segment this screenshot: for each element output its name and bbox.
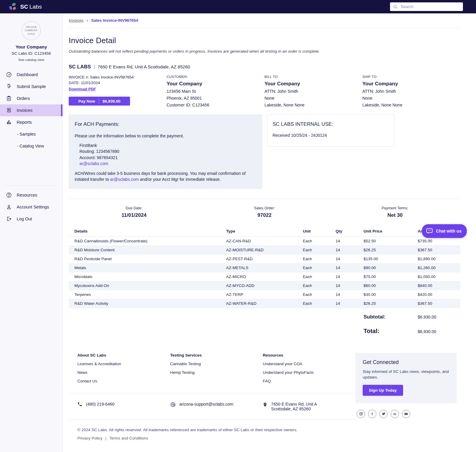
sidebar-nav: Dashboard Submit Sample Orders Invoices — [0, 69, 62, 225]
company-name: Your Company — [0, 44, 62, 49]
subtotal-row: Subtotal: $6,930.00 — [69, 314, 460, 320]
sidebar-item-resources[interactable]: Resources — [0, 189, 62, 201]
breadcrumb-invoices-link[interactable]: Invoices — [69, 18, 84, 23]
location-pin-icon — [263, 402, 267, 408]
user-icon — [6, 204, 12, 210]
sidebar-item-label: Account Settings — [17, 205, 49, 209]
contact-email-address: arizona-support@sclabs.com — [179, 402, 234, 407]
facebook-icon[interactable]: f — [368, 410, 376, 418]
sidebar-item-reports[interactable]: Reports — [0, 116, 62, 128]
contact-address-line: 7650 E Evans Rd, Unit A — [271, 402, 317, 407]
orders-icon — [6, 95, 12, 101]
twitter-icon[interactable] — [379, 410, 388, 418]
footer-link-cannabis-testing[interactable]: Cannabis Testing — [170, 362, 263, 366]
sidebar-item-label: Resources — [17, 193, 37, 197]
pay-now-amount: $6,930.00 — [103, 99, 120, 103]
total-row: Total: $6,930.00 — [69, 328, 460, 335]
linkedin-icon[interactable]: in — [391, 410, 399, 418]
due-date-label: Due Date: — [69, 206, 199, 210]
footer-link-faq[interactable]: FAQ — [263, 379, 356, 383]
footer-link-contact-us[interactable]: Contact Us — [77, 379, 170, 383]
footer-link-hemp-testing[interactable]: Hemp Testing — [170, 370, 263, 375]
sidebar-item-dashboard[interactable]: Dashboard — [0, 69, 62, 81]
sidebar-item-catalog-view[interactable]: - Catalog View — [0, 140, 62, 152]
footer-link-licenses[interactable]: Licenses & Accreditation — [77, 362, 170, 366]
top-navbar: SCLabs — [0, 0, 476, 13]
cell-amount: $1,260.00 — [418, 263, 460, 272]
privacy-policy-link[interactable]: Privacy Policy — [77, 436, 102, 440]
sidebar-item-orders[interactable]: Orders — [0, 92, 62, 104]
cell-type: AZ-WATER-R&D — [226, 299, 303, 308]
log-out-icon — [6, 216, 12, 222]
pay-now-button[interactable]: Pay Now $6,930.00 — [69, 97, 130, 106]
instagram-icon[interactable] — [357, 410, 365, 418]
cell-details: Mycotoxins Add-On — [69, 281, 226, 290]
help-icon — [6, 192, 12, 198]
youtube-icon[interactable] — [402, 410, 410, 418]
ach-email-link[interactable]: ar@sclabs.com — [79, 161, 256, 167]
bill-to-line: Lakeside, None None — [264, 103, 362, 107]
cell-type: AZ-MYCO-ADD — [226, 281, 303, 290]
legal-links: Privacy Policy | Terms and Conditions — [69, 436, 460, 440]
ach-note-email-link[interactable]: ar@sclabs.com — [110, 177, 139, 182]
footer-link-understand-coa[interactable]: Understand your COA — [263, 362, 356, 366]
chat-with-us-button[interactable]: Chat with us — [422, 224, 467, 238]
sc-labs-logo[interactable]: SCLabs — [8, 2, 42, 12]
breadcrumb-separator: › — [87, 18, 88, 23]
footer-link-understand-phytofacts[interactable]: Understand your PhytoFacts — [263, 370, 356, 375]
terms-and-conditions-link[interactable]: Terms and Conditions — [109, 436, 148, 440]
line-items-table: Details Type Unit Qty Unit Price Amount … — [69, 227, 460, 308]
sidebar-item-samples[interactable]: - Samples — [0, 128, 62, 140]
ach-intro: Please use the information below to comp… — [75, 134, 256, 138]
header-qty: Qty — [336, 227, 364, 237]
sidebar-item-label: Reports — [17, 120, 32, 125]
contact-email[interactable]: arizona-support@sclabs.com — [170, 402, 263, 411]
sidebar-item-invoices[interactable]: Invoices — [0, 104, 62, 116]
contact-phone-number: (480) 219-6460 — [86, 402, 115, 407]
search-input[interactable] — [400, 4, 460, 9]
table-row: MetalsAZ-METALSEach14$90.00$1,260.00 — [69, 263, 460, 272]
bill-to-heading: BILL TO: — [264, 75, 362, 79]
payment-boxes-row: For ACH Payments: Please use the informa… — [69, 114, 460, 189]
table-row: Mycotoxins Add-OnAZ-MYCO-ADDEach14$60.00… — [69, 281, 460, 290]
ach-note: ACH/Wires could take 3-5 business days f… — [75, 170, 256, 183]
cell-type: AZ-PEST-R&D — [226, 254, 303, 263]
breadcrumb-divider — [69, 28, 460, 28]
ach-note-text: and/or your Acct Mgr for immediate relea… — [139, 177, 221, 182]
get-connected-card: Get Connected Stay informed of SC Labs n… — [356, 353, 457, 403]
invoice-number: INVOICE #: Sales Invoice-INV987654 — [69, 75, 167, 79]
cell-details: R&D Water Activity — [69, 299, 226, 308]
reports-icon — [6, 119, 12, 125]
cell-unit: Each — [303, 290, 336, 299]
breadcrumb: Invoices › Sales Invoice-INV987654 — [69, 18, 460, 23]
sidebar-item-account-settings[interactable]: Account Settings — [0, 201, 62, 213]
see-catalog-view-link[interactable]: See catalog view — [0, 58, 62, 62]
customer-heading: CUSTOMER: — [167, 75, 264, 79]
get-connected-text: Stay informed of SC Labs news, viewpoint… — [363, 369, 450, 380]
cell-unit-price: $26.25 — [364, 299, 418, 308]
table-row: R&D Moisture ContentAZ-MOISTURE-R&DEach1… — [69, 245, 460, 254]
pay-now-separator — [99, 99, 99, 103]
sidebar: UPLOAD COMPANY LOGO Your Company SC Labs… — [0, 13, 63, 452]
sidebar-divider — [5, 185, 58, 186]
invoice-info-row: INVOICE #: Sales Invoice-INV987654 DATE:… — [69, 75, 460, 107]
lab-separator: | — [94, 64, 95, 70]
search-box[interactable] — [390, 2, 463, 11]
cell-type: AZ-MICRO — [226, 272, 303, 281]
subtotal-value: $6,930.00 — [418, 315, 460, 319]
footer-link-news[interactable]: News — [77, 370, 170, 375]
sidebar-item-label: Submit Sample — [17, 84, 46, 89]
footer-right-area: Get Connected Stay informed of SC Labs n… — [356, 353, 457, 420]
download-pdf-link[interactable]: Download PDF — [69, 87, 96, 91]
cell-unit: Each — [303, 299, 336, 308]
footer-column-about: About SC Labs Licenses & Accreditation N… — [77, 353, 170, 383]
sidebar-item-log-out[interactable]: Log Out — [0, 213, 62, 225]
payment-terms-value: Net 30 — [330, 212, 460, 218]
upload-company-logo[interactable]: UPLOAD COMPANY LOGO — [22, 21, 41, 40]
sidebar-item-submit-sample[interactable]: Submit Sample — [0, 81, 62, 92]
brand-labs: Labs — [29, 4, 42, 10]
contact-phone[interactable]: (480) 219-6460 — [77, 402, 170, 411]
ach-account: Account: 987654321 — [79, 155, 256, 161]
sign-up-today-button[interactable]: Sign Up Today — [363, 385, 403, 396]
due-date-value: 11/01/2024 — [69, 212, 199, 218]
